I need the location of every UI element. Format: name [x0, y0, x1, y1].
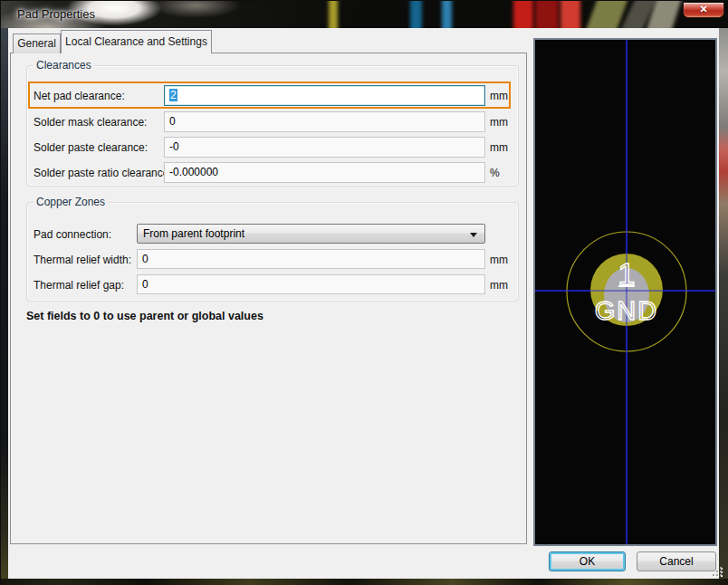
- thermal-relief-width-label: Thermal relief width:: [34, 254, 131, 266]
- pad-properties-window: Pad Properties ✕ General Local Clearance…: [0, 0, 728, 585]
- glass-streak: [585, 1, 629, 28]
- net-pad-clearance-unit: mm: [490, 90, 508, 102]
- field-value: 0: [142, 253, 148, 265]
- glass-streak: [513, 1, 533, 28]
- thermal-relief-gap-unit: mm: [490, 279, 508, 292]
- copper-zones-group-title: Copper Zones: [34, 196, 108, 208]
- thermal-relief-width-unit: mm: [490, 254, 508, 266]
- pad-preview-canvas: 1 GND: [535, 40, 715, 544]
- chevron-down-icon: [470, 233, 477, 237]
- net-name-text: GND: [595, 296, 658, 325]
- close-icon: ✕: [699, 4, 707, 14]
- solder-paste-clearance-label: Solder paste clearance:: [34, 141, 148, 154]
- solder-paste-ratio-clearance-label: Solder paste ratio clearance:: [34, 167, 172, 179]
- glass-streak: [535, 1, 559, 28]
- window-frame-right: [719, 28, 728, 579]
- ok-button-label: OK: [580, 555, 595, 568]
- tab-local-clearance-label: Local Clearance and Settings: [65, 35, 207, 48]
- solder-mask-clearance-unit: mm: [490, 116, 508, 129]
- tab-general-label: General: [17, 37, 56, 50]
- window-frame-bottom: [1, 579, 728, 585]
- clearances-group-title: Clearances: [34, 59, 94, 72]
- selected-text: 2: [169, 89, 177, 101]
- thermal-relief-width-input[interactable]: 0: [137, 249, 485, 269]
- pad-connection-value: From parent footprint: [143, 227, 244, 240]
- close-button[interactable]: ✕: [683, 3, 724, 18]
- solder-mask-clearance-input[interactable]: 0: [164, 111, 485, 132]
- thermal-relief-gap-label: Thermal relief gap:: [34, 279, 124, 292]
- cancel-button-label: Cancel: [659, 555, 693, 568]
- field-value: 0: [142, 278, 148, 291]
- glass-streak: [329, 1, 338, 28]
- window-frame-left: [1, 28, 8, 579]
- window-title: Pad Properties: [17, 7, 95, 21]
- solder-paste-clearance-unit: mm: [490, 141, 508, 154]
- resize-grip[interactable]: [712, 566, 722, 576]
- solder-paste-ratio-clearance-input[interactable]: -0.000000: [164, 162, 485, 183]
- net-pad-clearance-input[interactable]: 2: [164, 85, 485, 106]
- pad-connection-select[interactable]: From parent footprint: [137, 224, 485, 244]
- titlebar[interactable]: Pad Properties ✕: [1, 1, 728, 28]
- glass-streak: [442, 1, 452, 28]
- thermal-relief-gap-input[interactable]: 0: [137, 274, 485, 294]
- cancel-button[interactable]: Cancel: [637, 551, 716, 571]
- glass-streak: [560, 1, 580, 28]
- field-value: -0: [169, 140, 179, 153]
- field-value: 0: [169, 115, 176, 128]
- ok-button[interactable]: OK: [549, 551, 626, 571]
- pad-connection-label: Pad connection:: [34, 228, 111, 241]
- net-pad-clearance-label: Net pad clearance:: [34, 90, 125, 102]
- solder-paste-ratio-clearance-unit: %: [490, 167, 500, 179]
- field-value: -0.000000: [169, 166, 218, 178]
- glass-streak: [410, 1, 422, 28]
- pad-preview-panel: 1 GND: [533, 38, 717, 546]
- tab-local-clearance[interactable]: Local Clearance and Settings: [61, 30, 212, 53]
- hint-text: Set fields to 0 to use parent or global …: [26, 310, 263, 322]
- solder-mask-clearance-label: Solder mask clearance:: [34, 116, 147, 129]
- solder-paste-clearance-input[interactable]: -0: [164, 137, 485, 158]
- tab-general[interactable]: General: [13, 34, 61, 53]
